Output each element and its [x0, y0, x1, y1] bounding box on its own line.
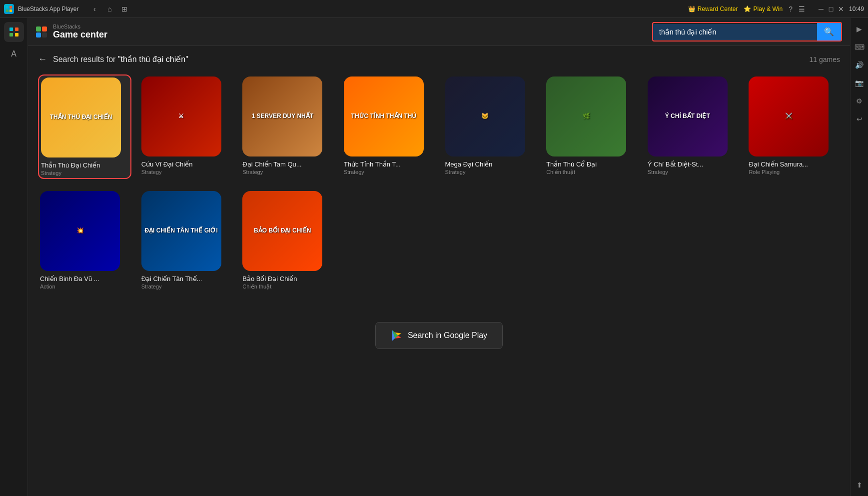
game-genre-4: Strategy — [344, 169, 433, 175]
search-prefix: Search results for — [53, 55, 115, 64]
game-item-4[interactable]: THỨC TỈNH THẦN THÚThức Tỉnh Thần T...Str… — [342, 74, 435, 179]
game-item-9[interactable]: 💥Chiến Binh Đa Vũ ...Action — [38, 189, 131, 292]
svg-rect-1 — [9, 6, 12, 8]
game-item-10[interactable]: ĐẠI CHIẾN TÂN THẾ GIỚIĐại Chiến Tân Thế.… — [139, 189, 233, 292]
google-play-label: Search in Google Play — [408, 331, 487, 340]
help-icon[interactable]: ? — [789, 5, 793, 13]
game-thumb-text-6: 🌿 — [581, 110, 592, 122]
top-bar: BlueStacks Game center 🔍 — [28, 18, 850, 46]
search-container: 🔍 — [652, 22, 842, 42]
search-input[interactable] — [653, 24, 817, 40]
page-title: Game center — [53, 30, 107, 40]
nav-menu-btn[interactable]: ⊞ — [118, 3, 130, 15]
game-item-5[interactable]: 🐱Mega Đại ChiếnStrategy — [443, 74, 537, 179]
dot-green — [36, 26, 41, 32]
game-genre-8: Role Playing — [749, 169, 838, 175]
close-btn[interactable]: ✕ — [837, 5, 845, 13]
game-name-7: Ý Chí Bất Diệt-St... — [648, 160, 728, 168]
game-genre-11: Chiến thuật — [242, 284, 332, 290]
google-play-icon — [391, 330, 403, 342]
search-input-box: 🔍 — [652, 22, 842, 42]
game-thumb-text-3: 1 SERVER DUY NHẤT — [249, 110, 315, 122]
menu-icon[interactable]: ☰ — [799, 5, 805, 13]
game-item-2[interactable]: ⚔Cứu Vĩ Đại ChiếnStrategy — [139, 74, 233, 179]
game-thumb-text-10: ĐẠI CHIẾN TÂN THẾ GIỚI — [142, 225, 219, 237]
game-name-4: Thức Tỉnh Thần T... — [344, 160, 424, 168]
search-button[interactable]: 🔍 — [817, 23, 841, 40]
app-name: BlueStacks App Player — [18, 6, 78, 12]
window-controls: ─ □ ✕ — [817, 5, 845, 13]
google-play-button[interactable]: Search in Google Play — [375, 322, 503, 349]
game-item-3[interactable]: 1 SERVER DUY NHẤTĐại Chiến Tam Qu...Stra… — [240, 74, 334, 179]
svg-rect-4 — [9, 28, 13, 31]
sidebar-icon-home[interactable] — [4, 22, 24, 42]
svg-rect-3 — [9, 10, 12, 12]
game-name-2: Cứu Vĩ Đại Chiến — [141, 160, 221, 168]
game-thumb-text-8: ⚔️ — [783, 110, 795, 122]
right-icon-7[interactable]: ⬆ — [853, 478, 867, 492]
game-genre-3: Strategy — [242, 169, 332, 175]
game-name-1: Thần Thú Đại Chiến — [41, 162, 121, 169]
game-item-11[interactable]: BẢO BỐI ĐẠI CHIẾNBảo Bối Đại ChiếnChiến … — [240, 189, 334, 292]
search-icon: 🔍 — [824, 27, 834, 36]
back-button[interactable]: ← — [38, 54, 47, 64]
app-layout: A BlueStacks Game center — [0, 18, 868, 496]
game-name-3: Đại Chiến Tam Qu... — [242, 160, 322, 168]
svg-rect-6 — [9, 33, 13, 36]
game-name-6: Thần Thú Cổ Đại — [546, 160, 626, 168]
game-item-1[interactable]: THẦN THÚ ĐẠI CHIẾNThần Thú Đại ChiếnStra… — [38, 74, 131, 179]
sidebar-icon-instance[interactable]: A — [4, 44, 24, 64]
game-item-7[interactable]: Ý CHÍ BẤT DIỆTÝ Chí Bất Diệt-St...Strate… — [646, 74, 739, 179]
game-item-6[interactable]: 🌿Thần Thú Cổ ĐạiChiến thuật — [544, 74, 638, 179]
game-genre-9: Action — [40, 284, 129, 290]
right-sidebar: ▶ ⌨ 🔊 📷 ⚙ ↩ ⬆ — [850, 18, 868, 496]
nav-home-btn[interactable]: ⌂ — [103, 3, 115, 15]
reward-center[interactable]: 👑 Reward Center — [688, 6, 738, 12]
games-grid: THẦN THÚ ĐẠI CHIẾNThần Thú Đại ChiếnStra… — [38, 74, 840, 292]
game-genre-5: Strategy — [445, 169, 535, 175]
right-icon-4[interactable]: 📷 — [853, 76, 867, 90]
search-results-header: ← Search results for "thần thú đại chiến… — [38, 54, 840, 64]
dot-red — [42, 26, 47, 32]
play-win[interactable]: ⭐ Play & Win — [744, 6, 783, 12]
search-results-label: Search results for "thần thú đại chiến" — [53, 54, 188, 64]
game-genre-7: Strategy — [648, 169, 737, 175]
clock: 10:49 — [849, 6, 864, 12]
game-genre-2: Strategy — [141, 169, 231, 175]
minimize-btn[interactable]: ─ — [817, 5, 825, 13]
app-icon — [36, 26, 47, 38]
title-bar-nav: ‹ ⌂ ⊞ — [88, 3, 130, 15]
svg-rect-5 — [15, 28, 18, 31]
game-genre-1: Strategy — [41, 170, 128, 176]
game-genre-10: Strategy — [141, 284, 231, 290]
game-thumb-text-7: Ý CHÍ BẤT DIỆT — [663, 110, 712, 122]
right-icon-3[interactable]: 🔊 — [853, 58, 867, 72]
game-name-8: Đại Chiến Samura... — [749, 160, 829, 168]
title-bar-left: BlueStacks App Player ‹ ⌂ ⊞ — [4, 3, 130, 15]
game-name-10: Đại Chiến Tân Thế... — [141, 275, 221, 282]
title-bar-right: 👑 Reward Center ⭐ Play & Win ? ☰ ─ □ ✕ — [688, 5, 845, 13]
main-content: BlueStacks Game center 🔍 ← Search result… — [28, 18, 850, 496]
game-item-8[interactable]: ⚔️Đại Chiến Samura...Role Playing — [747, 74, 840, 179]
right-icon-2[interactable]: ⌨ — [853, 40, 867, 54]
maximize-btn[interactable]: □ — [827, 5, 835, 13]
section-label: BlueStacks — [53, 24, 107, 30]
top-bar-labels: BlueStacks Game center — [53, 24, 107, 40]
game-count: 11 games — [810, 56, 840, 64]
content-area: ← Search results for "thần thú đại chiến… — [28, 46, 850, 496]
nav-back-btn[interactable]: ‹ — [88, 3, 100, 15]
crown-icon: 👑 — [688, 6, 696, 12]
right-icon-6[interactable]: ↩ — [853, 112, 867, 126]
game-thumb-text-11: BẢO BỐI ĐẠI CHIẾN — [252, 225, 313, 237]
svg-rect-7 — [15, 33, 18, 36]
bluestacks-logo — [4, 4, 14, 14]
reward-center-label: Reward Center — [698, 6, 738, 12]
right-icon-5[interactable]: ⚙ — [853, 94, 867, 108]
svg-rect-0 — [6, 6, 8, 8]
star-icon: ⭐ — [744, 6, 751, 12]
play-win-label: Play & Win — [753, 6, 783, 12]
game-name-9: Chiến Binh Đa Vũ ... — [40, 275, 120, 282]
game-name-11: Bảo Bối Đại Chiến — [242, 275, 322, 282]
right-icon-1[interactable]: ▶ — [853, 22, 867, 36]
search-query: "thần thú đại chiến" — [118, 55, 188, 64]
